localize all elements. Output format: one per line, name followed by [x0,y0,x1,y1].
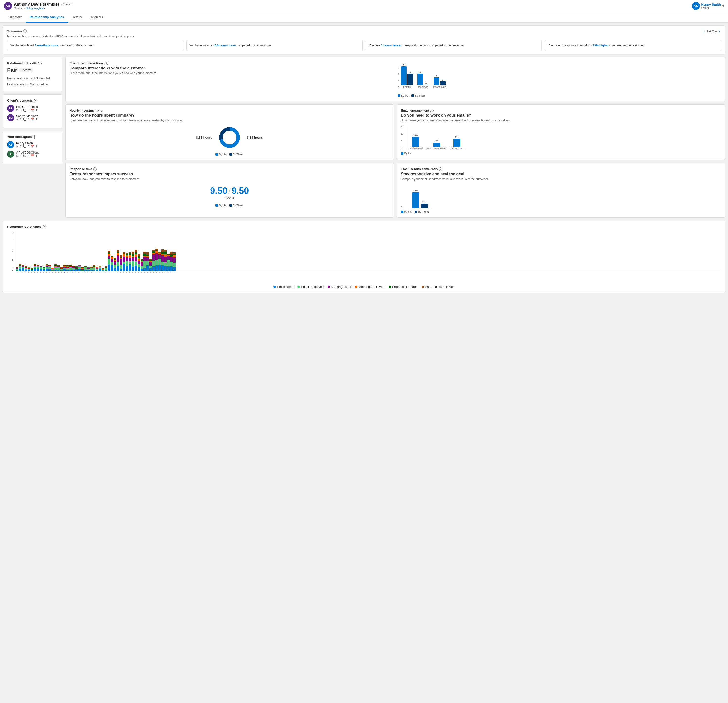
activity-bar-group [28,267,30,271]
phonecalls-us-value: 2 [436,75,437,77]
ppdf-emails: 3 [20,154,21,157]
calendar-icon-4: 📅 [31,154,34,157]
y-label-3: 3 [12,241,13,243]
activities-info-icon[interactable]: i [43,225,46,228]
summary-header: Summary i ‹ 1-4 of 4 › [7,29,721,34]
nav-item-relationship-analytics[interactable]: Relationship Analytics [26,12,68,23]
activity-bar-group [143,252,146,271]
health-value-text: Fair [7,67,17,74]
sr-legend: By Us By Them [401,211,721,214]
nav-related-chevron-icon: ▾ [102,15,103,19]
sr-chart: 0 40% 11% [401,184,721,208]
nav-item-summary[interactable]: Summary [4,12,26,23]
activity-bar-group [61,267,63,271]
phone-received-icon [422,286,424,288]
next-label: Next interaction: [7,77,29,80]
user-profile[interactable]: KS Kenny Smith Owner ▾ [692,2,724,10]
next-interaction: Next interaction: Not Scheduled [7,75,58,81]
activity-bar-group [149,259,152,271]
left-sidebar: Relationship Health i Fair Steady Next i… [3,57,62,218]
emails-received-label: Emails received [301,285,324,289]
activity-bar-group [123,252,125,271]
prev-page-button[interactable]: ‹ [702,29,706,34]
email-eng-title: Email engagement i [401,108,721,112]
activity-bar-group [111,256,113,271]
sr-title-text: Email send/receive ratio [401,167,438,171]
response-divider: / [228,186,231,196]
activity-bar-group [131,252,134,271]
legend-phone-calls-received: Phone calls received [422,285,455,289]
interactions-info-icon[interactable]: i [105,62,108,65]
activity-bar-group [63,264,66,271]
phonecalls-bars: 2 1 [434,63,445,85]
interactions-chart: 0246 5 3 [398,66,721,93]
clients-info-icon[interactable]: i [34,99,38,102]
user-chevron-icon[interactable]: ▾ [722,4,724,8]
activity-bar-group [81,267,84,271]
sr-them-pct: 11% [422,201,427,203]
meetings-sent-label: Meetings sent [331,285,351,289]
next-page-button[interactable]: › [718,29,721,34]
response-them-dot [229,204,232,207]
sandra-info: Sandra Martinez ✉3 📞5 📅1 [16,114,38,121]
interactions-title-text: Customer interactions [69,61,104,65]
activity-bar-group [46,264,48,271]
health-info-icon[interactable]: i [38,62,42,65]
eng-emails-label: Emails opened [408,147,423,150]
hourly-info-icon[interactable]: i [98,109,102,112]
emails-sent-label: Emails sent [277,285,293,289]
by-them-dot [412,94,414,97]
contact-name: Anthony Davis (sample) [14,2,59,7]
response-legend-us: By Us [215,204,226,207]
response-info-icon[interactable]: i [93,167,97,171]
sr-info-icon[interactable]: i [439,167,442,171]
emails-bars: 5 3 [401,63,413,85]
interaction-info: Next interaction: Not Scheduled Last int… [7,75,58,87]
eng-bars: 10% Emails opened 4% Attachments viewed [406,125,465,150]
meetings-them-bar-container: 0 [423,62,429,85]
sr-them-dot [415,211,417,213]
email-icon-2: ✉ [16,118,18,121]
clients-contacts-title: Client's contacts i [7,99,58,102]
legend-meetings-received: Meetings received [355,285,385,289]
response-us-value: 9.50 [210,186,227,196]
activity-bar-group [120,255,122,271]
hourly-investment-card: Hourly investment i How do the hours spe… [65,104,394,160]
summary-info-icon[interactable]: i [23,29,27,33]
x-labels-inner: const xDates = ['16 Dec','17 Dec','18 De… [15,272,176,277]
sr-us-group: 40% [412,189,419,208]
summary-title: Summary [7,29,22,33]
activity-bar-group [152,250,155,271]
email-icon: ✉ [16,108,18,112]
steady-badge: Steady [19,68,33,72]
by-us-dot [398,94,400,97]
user-avatar: KS [692,2,700,10]
nav-item-details[interactable]: Details [68,12,86,23]
ppdf-name: # PpdfCDSClient [16,151,39,154]
emails-us-bar [401,66,407,85]
activity-bar-group [69,264,72,271]
meetings-us-bar [417,74,423,85]
response-time-card: Response time i Faster responses impact … [65,163,394,218]
pagination: ‹ 1-4 of 4 › [702,29,721,34]
activity-bar-group [87,267,90,271]
summary-title-area: Summary i [7,29,27,33]
emails-received-icon [298,286,300,288]
hourly-us-label: By Us [219,153,226,156]
nav-item-related[interactable]: Related ▾ [85,12,107,23]
phone-icon-4: 📞 [23,154,26,157]
activity-bar-group [137,254,140,271]
saved-badge: - Saved [61,3,71,6]
y-axis: 0246 [398,66,401,88]
ppdf-avatar: # [7,151,14,157]
colleagues-info-icon[interactable]: i [33,135,36,139]
ppdf-stats: ✉3 📞5 📅1 [16,154,39,157]
bottom-cards-row: Response time i Faster responses impact … [65,163,725,218]
email-eng-info-icon[interactable]: i [430,109,433,112]
activity-bar-group [75,266,78,271]
eng-links-pct: 8% [455,136,459,138]
hourly-legend-us: By Us [215,153,226,156]
phonecalls-bar-group: 2 1 Phone calls [433,63,446,88]
eng-attach-label: Attachments viewed [427,147,447,150]
summary-subtitle: Metrics and key performance indicators (… [7,35,721,38]
